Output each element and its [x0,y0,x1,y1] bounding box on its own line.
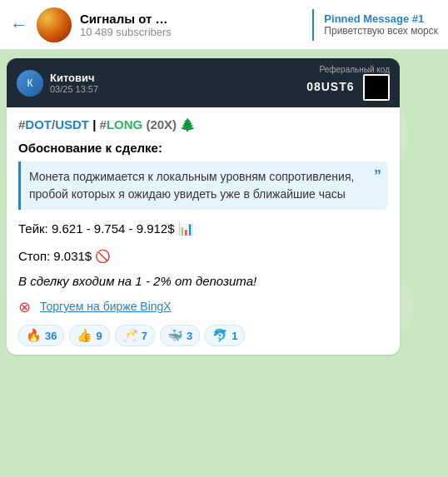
referral-block: Реферальный код 08UST6 [306,65,390,101]
message-bubble: #DOT/USDT | #LONG (20X) 🌲 Обоснование к … [7,107,400,355]
pinned-preview: Приветствую всех морск [324,25,438,37]
deposit-line: В сделку входим на 1 - 2% от депозита! [18,274,388,288]
chat-background: К Китович 03/25 13:57 Реферальный код 08… [0,50,448,477]
reaction-item[interactable]: 🐬1 [205,325,245,346]
channel-avatar [37,7,72,42]
reaction-item[interactable]: 🥂7 [115,325,155,346]
stop-line: Стоп: 9.031$ 🚫 [18,247,388,266]
sender-avatar: К [17,70,43,97]
chat-header: ← Сигналы от … 10 489 subscribers Pinned… [0,0,448,50]
sender-name: Китович [50,72,306,84]
coin-dot: DOT [25,117,52,132]
direction-long: LONG [107,117,142,132]
exchange-icon: ⊗ [18,298,35,315]
reaction-item[interactable]: 🐳3 [160,325,200,346]
subscriber-count: 10 489 subscribers [80,26,302,38]
message-container: К Китович 03/25 13:57 Реферальный код 08… [0,58,406,355]
pinned-message[interactable]: Pinned Message #1 Приветствую всех морск [324,12,438,37]
channel-name[interactable]: Сигналы от … [80,12,302,26]
header-divider [312,9,314,41]
quote-text: Монета поджимается к локальным уровням с… [29,170,354,201]
reaction-item[interactable]: 👍9 [69,325,109,346]
reaction-count: 9 [96,330,102,342]
sender-info: Китович 03/25 13:57 [50,72,306,94]
reaction-count: 3 [187,330,192,342]
reaction-emoji: 🥂 [122,328,138,343]
reaction-emoji: 👍 [77,328,92,343]
take-line: Тейк: 9.621 - 9.754 - 9.912$ 📊 [18,220,388,239]
quote-marks: ” [374,165,381,187]
back-button[interactable]: ← [10,16,28,34]
trade-title: #DOT/USDT | #LONG (20X) 🌲 [18,117,388,132]
sender-time: 03/25 13:57 [50,84,306,94]
reaction-emoji: 🔥 [26,328,42,343]
reaction-emoji: 🐬 [212,328,228,343]
qr-code [363,74,390,101]
exchange-link[interactable]: ⊗ Торгуем на бирже BingX [18,298,388,315]
quote-block: Монета поджимается к локальным уровням с… [18,161,388,210]
coin-usdt: USDT [55,117,89,132]
referral-label: Реферальный код [306,65,390,74]
reaction-item[interactable]: 🔥36 [18,325,64,346]
reactions-bar: 🔥36👍9🥂7🐳3🐬1 [18,325,388,346]
reaction-emoji: 🐳 [167,328,183,343]
section-title: Обоснование к сделке: [18,141,388,155]
channel-info: Сигналы от … 10 489 subscribers [80,12,302,38]
reaction-count: 7 [142,330,147,342]
reaction-count: 1 [231,330,237,342]
reaction-count: 36 [45,330,57,342]
sender-block: К Китович 03/25 13:57 Реферальный код 08… [7,58,400,107]
pinned-label: Pinned Message #1 [324,12,438,25]
referral-code: 08UST6 [306,80,354,93]
exchange-anchor[interactable]: Торгуем на бирже BingX [40,300,172,313]
